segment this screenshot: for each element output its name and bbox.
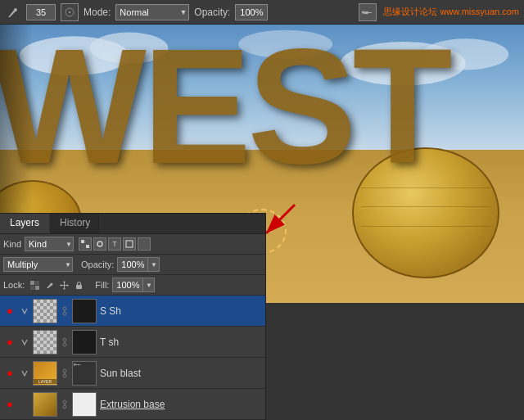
lock-brush-icon[interactable]	[43, 278, 56, 291]
opacity-value[interactable]: 100%	[117, 257, 148, 272]
svg-rect-24	[30, 281, 34, 285]
layer-row-s-sh[interactable]: ● S Sh	[0, 296, 265, 327]
watermark-text: 思缘设计论坛 www.missyuan.com	[383, 6, 519, 18]
svg-rect-26	[35, 281, 39, 285]
opacity-control[interactable]: 100% ▼	[117, 257, 160, 272]
layer-name-t-sh: T sh	[100, 336, 262, 348]
lock-move-icon[interactable]	[57, 278, 70, 291]
lock-checkerboard-icon[interactable]	[28, 278, 41, 291]
filter-label: Kind	[3, 239, 21, 249]
filter-type-icon[interactable]: T	[108, 237, 121, 251]
tab-layers[interactable]: Layers	[0, 214, 50, 233]
svg-rect-22	[140, 240, 143, 248]
svg-point-35	[63, 312, 66, 315]
layer-mask-sun-blast: P•••	[72, 361, 97, 386]
fill-arrow[interactable]: ▼	[143, 278, 155, 292]
filter-row: Kind Kind ▼ T	[0, 234, 265, 255]
layer-chain-t-sh	[61, 337, 69, 347]
layer-thumb-s-sh	[33, 299, 57, 323]
filter-icons: T	[79, 237, 151, 251]
brush-preview[interactable]	[61, 3, 79, 21]
layer-chain-s-sh	[61, 306, 69, 316]
filter-pixel-icon[interactable]	[79, 237, 92, 251]
layer-visibility-s-sh[interactable]: ●	[3, 305, 16, 318]
mode-label: Mode:	[84, 7, 111, 18]
layer-mask-t-sh	[72, 330, 97, 355]
svg-marker-32	[67, 284, 69, 287]
layer-thumb-sun-blast: LAYER	[33, 361, 57, 386]
svg-point-2	[69, 11, 70, 13]
mode-select[interactable]: Normal Multiply Screen	[115, 4, 189, 20]
svg-point-38	[63, 343, 66, 346]
airbrush-icon[interactable]	[359, 3, 377, 21]
layer-thumb-extrusion-base	[33, 392, 57, 417]
layer-chain-sun-blast	[61, 368, 69, 378]
layer-name-s-sh: S Sh	[100, 305, 262, 317]
svg-point-43	[63, 400, 66, 404]
svg-rect-3	[364, 11, 368, 14]
svg-rect-25	[35, 286, 39, 290]
svg-point-20	[97, 242, 102, 246]
svg-point-40	[63, 369, 66, 373]
svg-point-37	[63, 338, 66, 341]
filter-select[interactable]: Kind	[25, 237, 74, 251]
svg-rect-21	[126, 241, 133, 247]
brush-tool-icon	[5, 4, 21, 20]
layer-chain-extrusion-base	[61, 400, 69, 409]
tab-history[interactable]: History	[50, 214, 101, 233]
layer-collapse-t-sh[interactable]	[20, 336, 29, 349]
layer-mask-s-sh	[72, 299, 97, 323]
layer-mask-extrusion-base	[72, 392, 97, 417]
layer-collapse-sun-blast[interactable]	[20, 367, 29, 380]
svg-rect-19	[86, 245, 89, 248]
opacity-input[interactable]	[235, 4, 268, 20]
toolbar-right-icons: 思缘设计论坛 www.missyuan.com	[359, 3, 519, 21]
layer-thumb-t-sh	[33, 330, 57, 355]
layer-row-t-sh[interactable]: ● T sh	[0, 327, 265, 358]
layer-row-sun-blast[interactable]: ● LAYER P••• Sun blast	[0, 358, 265, 389]
svg-rect-27	[30, 286, 34, 290]
layer-name-sun-blast: Sun blast	[100, 368, 262, 379]
top-toolbar: 35 Mode: Normal Multiply Screen ▼ Opacit…	[0, 0, 524, 25]
opacity-arrow[interactable]: ▼	[148, 257, 160, 272]
filter-select-wrapper[interactable]: Kind ▼	[25, 237, 74, 251]
svg-rect-18	[81, 240, 84, 243]
svg-point-28	[50, 282, 52, 285]
svg-rect-33	[76, 285, 82, 289]
opacity-label: Opacity:	[81, 260, 114, 269]
layer-visibility-extrusion-base[interactable]: ●	[3, 398, 16, 411]
lock-icons	[28, 278, 85, 291]
filter-adjustment-icon[interactable]	[93, 237, 106, 251]
opacity-label: Opacity:	[194, 7, 230, 18]
fill-value[interactable]: 100%	[112, 278, 143, 292]
svg-point-44	[63, 405, 66, 409]
filter-shape-icon[interactable]	[123, 237, 136, 251]
blend-select-wrapper[interactable]: Multiply Normal Screen ▼	[3, 257, 73, 272]
layer-row-extrusion-base[interactable]: ● Extrusion base	[0, 389, 265, 420]
svg-point-41	[63, 374, 66, 377]
svg-point-34	[63, 307, 66, 310]
filter-smart-icon[interactable]	[138, 237, 151, 251]
svg-marker-30	[63, 288, 66, 290]
layer-visibility-sun-blast[interactable]: ●	[3, 367, 16, 380]
lock-all-icon[interactable]	[72, 278, 85, 291]
fill-label: Fill:	[95, 280, 109, 290]
fill-control[interactable]: 100% ▼	[112, 278, 155, 292]
layers-panel: Layers History Kind Kind ▼ T	[0, 213, 266, 420]
layer-collapse-s-sh[interactable]	[20, 305, 29, 318]
lock-label: Lock:	[3, 280, 25, 290]
svg-marker-29	[63, 281, 66, 282]
brush-size-input[interactable]: 35	[26, 4, 56, 20]
lock-row: Lock:	[0, 275, 265, 296]
svg-point-0	[14, 8, 17, 11]
blend-select[interactable]: Multiply Normal Screen	[3, 257, 73, 272]
blend-row: Multiply Normal Screen ▼ Opacity: 100% ▼	[0, 255, 265, 275]
svg-rect-4	[368, 12, 372, 13]
svg-rect-23	[145, 240, 148, 248]
mode-select-wrapper[interactable]: Normal Multiply Screen ▼	[115, 4, 189, 20]
layer-name-extrusion-base: Extrusion base	[100, 399, 262, 410]
layer-visibility-t-sh[interactable]: ●	[3, 336, 16, 349]
svg-marker-31	[60, 284, 61, 287]
panel-tabs: Layers History	[0, 214, 265, 234]
